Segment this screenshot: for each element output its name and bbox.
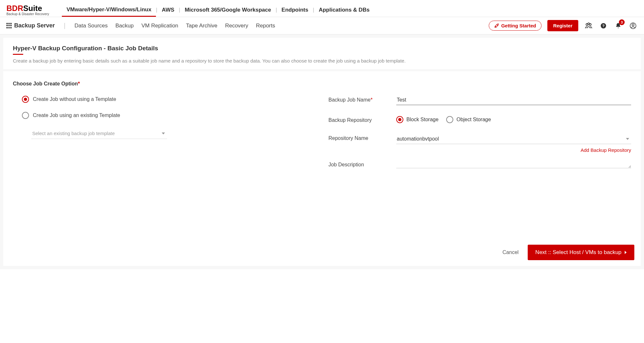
logo-prefix: BDR [6, 4, 23, 13]
notification-badge: 3 [619, 19, 625, 25]
secondnav-data-sources[interactable]: Data Sources [74, 23, 108, 29]
product-logo: BDRSuite Backup & Disaster Recovery [6, 5, 49, 16]
rocket-icon [494, 23, 499, 28]
chevron-down-icon [626, 138, 629, 140]
cancel-button[interactable]: Cancel [503, 250, 519, 255]
radio-create-with-template[interactable]: Create Job using an existing Template [13, 112, 316, 119]
job-name-input[interactable] [396, 96, 631, 105]
radio-create-without-template[interactable]: Create Job without using a Template [13, 96, 316, 103]
second-nav: Data Sources Backup VM Replication Tape … [74, 23, 275, 29]
choose-option-label: Choose Job Create Option* [13, 81, 631, 87]
secondnav-tape-archive[interactable]: Tape Archive [186, 23, 217, 29]
radio-indicator [22, 112, 29, 119]
radio-indicator-selected [22, 96, 29, 103]
top-navigation-bar: BDRSuite Backup & Disaster Recovery VMwa… [0, 0, 644, 17]
help-icon-button[interactable]: ? [599, 21, 608, 30]
register-button[interactable]: Register [547, 20, 578, 31]
context-switcher[interactable]: Backup Server [6, 22, 55, 29]
users-icon-button[interactable] [584, 21, 593, 30]
secondnav-reports[interactable]: Reports [256, 23, 275, 29]
page-description: Create a backup job by entering basic de… [13, 58, 631, 64]
account-icon [630, 22, 637, 29]
topnav-m365[interactable]: Microsoft 365/Google Workspace [180, 3, 275, 17]
job-name-label: Backup Job Name* [329, 96, 396, 103]
card-header: Hyper-V Backup Configuration - Basic Job… [3, 38, 641, 71]
secondary-navigation-bar: Backup Server | Data Sources Backup VM R… [0, 17, 644, 34]
add-backup-repository-link[interactable]: Add Backup Repository [396, 147, 631, 153]
page-title: Hyper-V Backup Configuration - Basic Job… [13, 45, 158, 53]
chevron-down-icon [162, 132, 165, 134]
right-column: Backup Job Name* Backup Repository [329, 96, 631, 179]
svg-text:?: ? [602, 24, 604, 28]
backup-repository-label: Backup Repository [329, 116, 396, 123]
radio-block-storage[interactable]: Block Storage [396, 116, 439, 123]
logo-tagline: Backup & Disaster Recovery [6, 12, 49, 16]
radio-object-storage-label: Object Storage [457, 117, 491, 122]
radio-label: Create Job using an existing Template [33, 113, 120, 118]
topnav-vmware[interactable]: VMware/Hyper-V/Windows/Linux [62, 3, 156, 17]
topnav-aws[interactable]: AWS [157, 3, 179, 17]
repository-name-value: automationbvtpool [397, 136, 439, 142]
radio-block-storage-label: Block Storage [407, 117, 439, 122]
radio-indicator [446, 116, 453, 123]
secondnav-recovery[interactable]: Recovery [225, 23, 248, 29]
secondnav-vm-replication[interactable]: VM Replication [141, 23, 178, 29]
next-button[interactable]: Next :: Select Host / VMs to backup [528, 245, 634, 260]
template-select-placeholder: Select an existing backup job template [32, 131, 115, 136]
repository-name-select[interactable]: automationbvtpool [396, 134, 631, 144]
getting-started-button[interactable]: Getting Started [489, 21, 542, 31]
radio-object-storage[interactable]: Object Storage [446, 116, 491, 123]
repository-name-label: Repository Name [329, 134, 396, 141]
next-button-label: Next :: Select Host / VMs to backup [535, 249, 621, 256]
svg-point-0 [497, 25, 498, 25]
account-icon-button[interactable] [629, 21, 638, 30]
secondnav-backup[interactable]: Backup [115, 23, 134, 29]
help-icon: ? [600, 23, 607, 29]
left-column: Create Job without using a Template Crea… [13, 96, 316, 179]
resize-handle-icon[interactable] [628, 165, 631, 168]
job-description-input[interactable] [396, 161, 631, 168]
logo-suffix: Suite [23, 4, 42, 13]
wizard-footer: Cancel Next :: Select Host / VMs to back… [3, 239, 641, 266]
context-label: Backup Server [14, 22, 55, 29]
notifications-icon-button[interactable]: 3 [614, 21, 623, 30]
radio-indicator-selected [396, 116, 403, 123]
top-nav: VMware/Hyper-V/Windows/Linux | AWS | Mic… [62, 3, 374, 17]
topnav-apps-dbs[interactable]: Applications & DBs [314, 3, 374, 17]
topnav-endpoints[interactable]: Endpoints [277, 3, 313, 17]
svg-point-7 [632, 24, 634, 26]
vertical-separator: | [64, 22, 65, 29]
title-underline [13, 54, 23, 55]
chevron-right-icon [625, 251, 627, 254]
getting-started-label: Getting Started [501, 23, 536, 28]
radio-label: Create Job without using a Template [33, 96, 116, 102]
content-area: Hyper-V Backup Configuration - Basic Job… [0, 34, 644, 269]
users-icon [585, 23, 592, 29]
job-description-label: Job Description [329, 161, 396, 168]
apps-grid-icon [6, 23, 12, 29]
card-body: Choose Job Create Option* Create Job wit… [3, 71, 641, 239]
template-select[interactable]: Select an existing backup job template [32, 128, 167, 139]
